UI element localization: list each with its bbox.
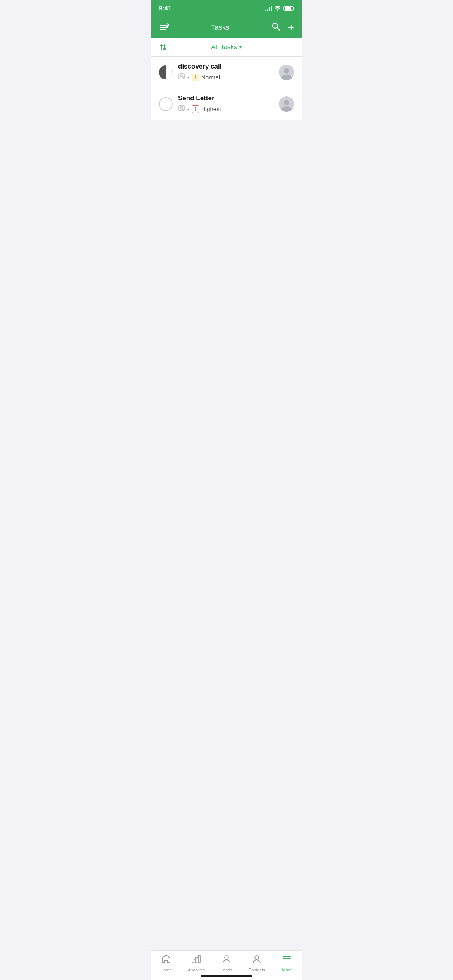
status-time: 9:41 [159, 5, 172, 12]
task-dash-2: - [187, 106, 189, 112]
task-contact-icon-1 [178, 73, 185, 82]
add-button[interactable]: + [288, 22, 294, 33]
nav-right-icons: + [271, 22, 294, 33]
priority-label-1: Normal [201, 74, 220, 81]
task-title-1: discovery call [178, 63, 274, 70]
svg-point-9 [181, 75, 183, 77]
task-avatar-1 [279, 65, 294, 80]
search-button[interactable] [271, 22, 280, 33]
svg-point-16 [284, 100, 289, 105]
svg-point-11 [284, 68, 289, 74]
svg-point-14 [181, 106, 183, 108]
task-toggle-2[interactable] [159, 97, 173, 111]
task-content-2: Send Letter - ! Highest [178, 94, 274, 113]
battery-icon [283, 6, 294, 11]
task-list: discovery call - ! Normal [151, 57, 302, 120]
empty-area [151, 120, 302, 352]
task-priority-1: ! Normal [192, 74, 220, 81]
svg-point-5 [167, 25, 168, 26]
task-title-2: Send Letter [178, 94, 274, 102]
task-row[interactable]: Send Letter - ! Highest [151, 88, 302, 120]
task-meta-2: - ! Highest [178, 105, 274, 113]
task-avatar-2 [279, 96, 294, 112]
task-meta-1: - ! Normal [178, 73, 274, 82]
task-dash-1: - [187, 74, 189, 81]
signal-icon [265, 6, 272, 11]
svg-line-7 [277, 28, 280, 31]
filter-title: All Tasks [211, 43, 237, 51]
task-priority-2: ! Highest [192, 105, 221, 113]
priority-badge-normal: ! [192, 74, 199, 81]
task-content-1: discovery call - ! Normal [178, 63, 274, 82]
status-bar: 9:41 [151, 0, 302, 17]
nav-title: Tasks [211, 23, 230, 32]
wifi-icon [274, 5, 281, 12]
settings-filter-button[interactable] [159, 22, 170, 33]
task-contact-icon-2 [178, 105, 185, 113]
task-row[interactable]: discovery call - ! Normal [151, 57, 302, 88]
task-toggle-1[interactable] [159, 65, 173, 79]
nav-bar: Tasks + [151, 17, 302, 38]
status-icons [265, 5, 294, 12]
filter-title-button[interactable]: All Tasks ▾ [211, 43, 242, 51]
sort-button[interactable] [159, 43, 167, 51]
svg-point-0 [277, 9, 278, 11]
filter-chevron-icon: ▾ [239, 45, 242, 50]
filter-bar: All Tasks ▾ [151, 38, 302, 57]
priority-badge-highest: ! [192, 105, 199, 113]
priority-label-2: Highest [201, 106, 221, 112]
